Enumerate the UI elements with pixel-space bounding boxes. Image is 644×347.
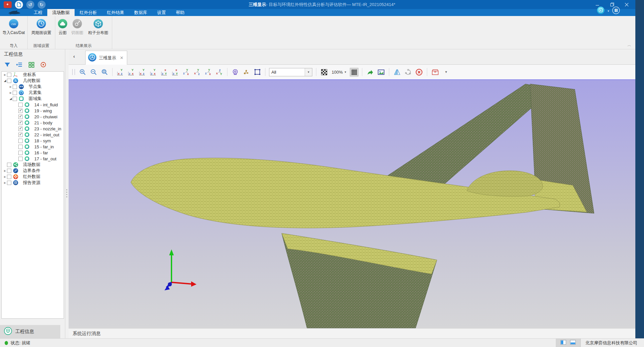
- panel-layout-bottom-icon[interactable]: [570, 340, 576, 346]
- tab-scroll-left-icon[interactable]: ‹: [73, 53, 75, 59]
- tree-item[interactable]: 15 - far_in: [2, 144, 64, 150]
- tree-item[interactable]: 23 - nozzle_in: [2, 126, 64, 132]
- tree-item[interactable]: 14 - int_fluid: [2, 102, 64, 108]
- tree-item[interactable]: 19 - wing: [2, 108, 64, 114]
- menu-item-engineering[interactable]: 工程: [29, 9, 47, 16]
- tree-item[interactable]: ▶Yzx坐标系: [2, 72, 64, 78]
- tree-item-checkbox[interactable]: [18, 115, 23, 119]
- menu-item-infrared-results[interactable]: 红外结果: [102, 9, 129, 16]
- view-back-button[interactable]: Yzx: [127, 68, 136, 77]
- tree-expand-icon[interactable]: ▶: [3, 175, 7, 178]
- menu-item-database[interactable]: 数据库: [129, 9, 152, 16]
- list-check-icon[interactable]: [15, 61, 23, 68]
- toolbar-drag-handle[interactable]: [72, 69, 75, 75]
- sync-rotate-button[interactable]: [404, 68, 413, 77]
- tree-expand-icon[interactable]: ▶: [3, 169, 7, 172]
- mesh-grid-toggle[interactable]: [350, 68, 359, 77]
- tree-item[interactable]: 18 - sym: [2, 138, 64, 144]
- screenshot-button[interactable]: [377, 68, 386, 77]
- tree-item[interactable]: 16 - far: [2, 150, 64, 156]
- view-iso-4-button[interactable]: zxY: [215, 68, 224, 77]
- tree-item-checkbox[interactable]: [18, 145, 23, 149]
- mirror-button[interactable]: [393, 68, 402, 77]
- tree-item-checkbox[interactable]: [13, 91, 17, 95]
- camera-view-button[interactable]: [231, 68, 240, 77]
- opacity-dropdown[interactable]: 100% ▼: [332, 70, 347, 75]
- panel-layout-left-icon[interactable]: [560, 340, 566, 346]
- display-filter-select[interactable]: All ▼: [269, 68, 312, 76]
- tree-expand-icon[interactable]: ◢: [9, 97, 13, 100]
- view-top-button[interactable]: xzY: [160, 68, 169, 77]
- zoom-out-button[interactable]: [89, 68, 98, 77]
- import-cas-dat-button[interactable]: cas 导入Cas/Dat: [0, 18, 27, 36]
- view-bottom-button[interactable]: xzY: [171, 68, 180, 77]
- contour-plot-button[interactable]: 云图: [55, 18, 70, 36]
- view-left-button[interactable]: Yxz: [138, 68, 147, 77]
- tree-item-checkbox[interactable]: [18, 157, 23, 161]
- viewport-3d[interactable]: [69, 79, 635, 328]
- tree-item[interactable]: 21 - body: [2, 120, 64, 126]
- tree-item[interactable]: ▶元素集: [2, 90, 64, 96]
- view-front-button[interactable]: Yxz: [116, 68, 125, 77]
- particle-distribution-button[interactable]: 粒子分布图: [85, 18, 112, 36]
- zoom-fit-button[interactable]: [100, 68, 109, 77]
- tree-item-checkbox[interactable]: [7, 181, 11, 185]
- tree-item-checkbox[interactable]: [13, 97, 17, 101]
- tree-item[interactable]: ▶节点集: [2, 84, 64, 90]
- ribbon-collapse-chevron-icon[interactable]: ︿: [627, 42, 631, 48]
- tree-item[interactable]: ▶红外数据: [2, 174, 64, 180]
- particles-display-button[interactable]: [242, 68, 251, 77]
- tab-close-icon[interactable]: ✕: [120, 55, 124, 60]
- undo-button[interactable]: ↺: [26, 0, 34, 9]
- view-iso-3-button[interactable]: Yzx: [204, 68, 213, 77]
- tree-item-checkbox[interactable]: [7, 73, 11, 77]
- new-document-button[interactable]: [15, 0, 23, 9]
- periodic-face-settings-button[interactable]: 周期面设置: [28, 18, 55, 36]
- tree-item-checkbox[interactable]: [7, 163, 11, 167]
- tree-item[interactable]: 22 - inlet_out: [2, 132, 64, 138]
- tree-item-checkbox[interactable]: [18, 109, 23, 113]
- tree-expand-icon[interactable]: ▶: [3, 181, 7, 184]
- zoom-in-button[interactable]: [78, 68, 87, 77]
- manual-button[interactable]: [612, 6, 620, 16]
- filter-icon[interactable]: [3, 61, 11, 68]
- tree-item-checkbox[interactable]: [18, 151, 23, 155]
- combo-dropdown-icon[interactable]: ▼: [305, 68, 312, 76]
- panel-splitter[interactable]: [65, 49, 69, 338]
- tree-item-checkbox[interactable]: [18, 133, 23, 137]
- tree-item[interactable]: ▶边界条件: [2, 168, 64, 174]
- export-share-button[interactable]: [366, 68, 375, 77]
- tree-item-checkbox[interactable]: [7, 175, 11, 179]
- menu-item-flowfield-data[interactable]: 流场数据: [47, 9, 75, 16]
- slice-plot-button[interactable]: 切面图: [70, 18, 85, 36]
- archive-box-button[interactable]: [431, 68, 440, 77]
- tree-item[interactable]: ◢几何数据: [2, 78, 64, 84]
- tab-3d-display[interactable]: 三维显示 ✕: [85, 51, 127, 65]
- menu-item-settings[interactable]: 设置: [152, 9, 171, 16]
- select-region-button[interactable]: [253, 68, 262, 77]
- tree-item[interactable]: ◢面域集: [2, 96, 64, 102]
- tree-item[interactable]: 20 - chuiwei: [2, 114, 64, 120]
- tree-item-checkbox[interactable]: [7, 169, 11, 173]
- project-info-dock-button[interactable]: 工程信息: [0, 325, 60, 338]
- close-button[interactable]: [619, 0, 634, 9]
- tree-item[interactable]: 17 - far_out: [2, 156, 64, 162]
- menu-item-help[interactable]: 帮助: [171, 9, 189, 16]
- tree-item[interactable]: ▶报告资源: [2, 180, 64, 186]
- cancel-button[interactable]: [415, 68, 424, 77]
- tree-expand-icon[interactable]: ▶: [9, 91, 13, 94]
- target-icon[interactable]: [39, 61, 47, 68]
- view-right-button[interactable]: Yzx: [149, 68, 158, 77]
- tree-item-checkbox[interactable]: [7, 79, 11, 83]
- archive-dropdown-icon[interactable]: ▼: [442, 68, 451, 77]
- view-iso-1-button[interactable]: Yzx: [182, 68, 191, 77]
- tree-item-checkbox[interactable]: [18, 103, 23, 107]
- grid-green-icon[interactable]: [27, 61, 35, 68]
- style-button[interactable]: [597, 6, 605, 16]
- tree-item-checkbox[interactable]: [18, 139, 23, 143]
- pin-button[interactable]: ✦: [3, 0, 12, 9]
- menu-item-infrared-analysis[interactable]: 红外分析: [75, 9, 102, 16]
- tree-expand-icon[interactable]: ▶: [9, 85, 13, 88]
- tree-item-checkbox[interactable]: [18, 121, 23, 125]
- transparency-button[interactable]: [320, 68, 329, 77]
